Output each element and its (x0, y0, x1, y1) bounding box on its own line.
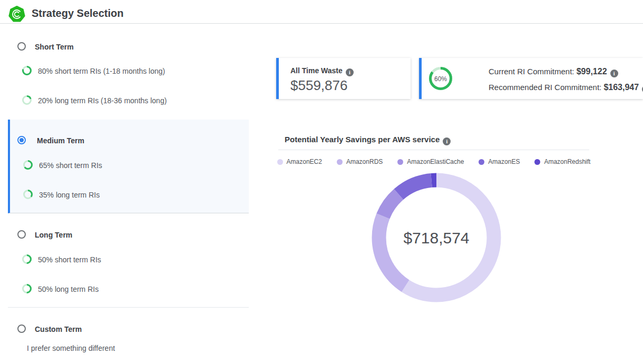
legend-label: AmazonES (488, 158, 520, 165)
cloudability-logo-icon (8, 6, 25, 23)
strategy-label-medium-term: Medium Term (37, 136, 84, 145)
legend-dot-icon (397, 159, 403, 165)
legend-label: AmazonEC2 (287, 158, 322, 165)
legend-dot-icon (337, 159, 343, 165)
waste-card-label: All Time Waste (290, 66, 343, 75)
legend-dot-icon (479, 159, 484, 165)
radio-custom-term[interactable] (17, 324, 26, 333)
strategy-option-label: 35% long term RIs (39, 191, 100, 199)
app-header: Strategy Selection (0, 0, 643, 24)
recommended-commitment-value: $163,947 (603, 83, 639, 92)
recommended-commitment-label: Recommended RI Commitment: (489, 83, 601, 92)
legend-item-AmazonRDS[interactable]: AmazonRDS (337, 158, 383, 165)
legend-dot-icon (277, 159, 283, 165)
ri-mix-ring-icon (22, 95, 32, 107)
commitment-ring-label: 60% (429, 75, 452, 83)
strategy-option-label: 80% short term RIs (1-18 months long) (38, 67, 165, 75)
strategy-label-long-term: Long Term (35, 231, 72, 239)
current-commitment-value: $99,122 (577, 67, 607, 76)
strategy-option-label: 20% long term RIs (18-36 months long) (38, 96, 167, 105)
radio-medium-term[interactable] (17, 136, 26, 144)
chart-title: Potential Yearly Savings per AWS service (285, 135, 451, 145)
waste-card-value: $559,876 (290, 77, 347, 94)
custom-term-description: I prefer something different (27, 344, 115, 352)
legend-label: AmazonRedshift (544, 158, 590, 165)
legend-label: AmazonElastiCache (407, 158, 464, 165)
waste-info-icon[interactable] (346, 68, 354, 76)
ri-mix-ring-icon (22, 66, 32, 77)
strategy-option-label: 65% short term RIs (39, 161, 102, 170)
legend-item-AmazonElastiCache[interactable]: AmazonElastiCache (397, 158, 464, 165)
section-divider (8, 307, 249, 308)
strategy-option-label: 50% short term RIs (38, 255, 101, 264)
current-commitment-info-icon[interactable] (610, 70, 618, 77)
radio-long-term[interactable] (17, 230, 26, 239)
donut-center-value: $718,574 (368, 229, 505, 247)
legend-label: AmazonRDS (346, 158, 383, 165)
current-commitment-label: Current RI Commitment: (489, 67, 574, 76)
chart-info-icon[interactable] (443, 137, 451, 145)
strategy-option-label: 50% long term RIs (38, 285, 99, 293)
page-title: Strategy Selection (32, 7, 124, 19)
strategy-label-short-term: Short Term (35, 43, 74, 51)
ri-mix-ring-icon (23, 160, 33, 172)
ri-mix-ring-icon (23, 190, 33, 201)
legend-dot-icon (534, 159, 540, 165)
chart-legend: AmazonEC2AmazonRDSAmazonElastiCacheAmazo… (278, 158, 589, 165)
ri-mix-ring-icon (22, 284, 32, 296)
legend-item-AmazonES[interactable]: AmazonES (479, 158, 520, 165)
chart-header-divider (278, 150, 589, 150)
strategy-selection-page: Strategy Selection Short Term 80% short … (0, 0, 643, 364)
radio-short-term[interactable] (17, 42, 26, 51)
all-time-waste-card: All Time Waste $559,876 (276, 58, 411, 99)
ri-mix-ring-icon (22, 254, 32, 266)
ri-commitment-card: 60% Current RI Commitment: $99,122 Recom… (419, 58, 643, 99)
strategy-label-custom-term: Custom Term (35, 325, 82, 333)
legend-item-AmazonEC2[interactable]: AmazonEC2 (277, 158, 322, 165)
legend-item-AmazonRedshift[interactable]: AmazonRedshift (534, 158, 590, 165)
